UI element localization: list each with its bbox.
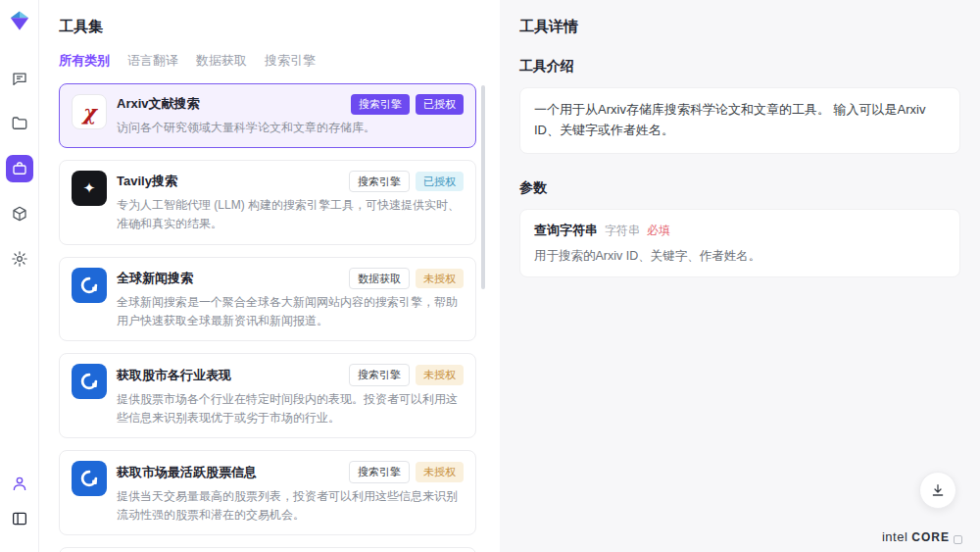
sidebar-item-packages[interactable] [6,200,33,227]
detail-title: 工具详情 [519,18,960,36]
scrollbar-thumb[interactable] [481,85,485,289]
briefcase-icon [11,160,28,177]
tool-description: 访问各个研究领域大量科学论文和文章的存储库。 [117,119,464,137]
download-icon [930,482,946,498]
intro-header: 工具介绍 [519,58,960,75]
download-button[interactable] [919,472,956,509]
sidebar-item-settings[interactable] [6,245,33,273]
tool-card-regional-news[interactable]: 万维地区新闻查询 搜索引擎 未授权 查询具体行政区划内的新闻，快速了解各地新闻动 [59,547,476,552]
tool-title: 获取股市各行业表现 [117,367,343,384]
sidebar-item-tools[interactable] [6,155,33,182]
category-badge: 搜索引擎 [349,171,410,193]
auth-badge: 未授权 [416,365,464,385]
tool-description: 提供当天交易量最高的股票列表，投资者可以利用这些信息来识别流动性强的股票和潜在的… [117,487,464,525]
tool-card-tavily[interactable]: ✦ Tavily搜索 搜索引擎 已授权 专为人工智能代理 (LLM) 构建的搜索… [59,160,476,245]
tool-list-panel: 工具集 所有类别 语言翻译 数据获取 搜索引擎 χ Arxiv文献搜索 搜索引擎… [39,0,500,552]
tool-card-sector-performance[interactable]: 获取股市各行业表现 搜索引擎 未授权 提供股票市场各个行业在特定时间段内的表现。… [59,353,476,438]
app-logo-icon [9,10,30,31]
param-card: 查询字符串 字符串 必填 用于搜索的Arxiv ID、关键字、作者姓名。 [519,209,960,277]
arxiv-icon: χ [72,94,107,129]
tool-title: 获取市场最活跃股票信息 [117,464,343,481]
tool-card-list: χ Arxiv文献搜索 搜索引擎 已授权 访问各个研究领域大量科学论文和文章的存… [59,83,486,552]
tab-translation[interactable]: 语言翻译 [127,52,178,70]
intel-brand-text: intel [882,529,907,544]
tool-card-most-active-stocks[interactable]: 获取市场最活跃股票信息 搜索引擎 未授权 提供当天交易量最高的股票列表，投资者可… [59,450,476,535]
params-header: 参数 [519,179,960,197]
folder-icon [11,115,28,132]
tool-title: 全球新闻搜索 [117,270,343,287]
category-tabs: 所有类别 语言翻译 数据获取 搜索引擎 [59,52,486,70]
tool-card-arxiv[interactable]: χ Arxiv文献搜索 搜索引擎 已授权 访问各个研究领域大量科学论文和文章的存… [59,83,476,148]
news-icon [72,268,107,303]
tab-search-engine[interactable]: 搜索引擎 [265,52,316,70]
intro-card: 一个用于从Arxiv存储库搜索科学论文和文章的工具。 输入可以是Arxiv ID… [519,87,960,154]
tool-description: 专为人工智能代理 (LLM) 构建的搜索引擎工具，可快速提供实时、准确和真实的结… [117,196,464,233]
core-brand-text: CORE [911,530,950,544]
tool-detail-panel: 工具详情 工具介绍 一个用于从Arxiv存储库搜索科学论文和文章的工具。 输入可… [500,0,980,552]
category-badge: 搜索引擎 [349,461,410,483]
param-required-flag: 必填 [647,223,670,239]
intel-core-logo: intel CORE [882,529,962,544]
param-description: 用于搜索的Arxiv ID、关键字、作者姓名。 [534,248,946,265]
param-type: 字符串 [605,223,640,239]
category-badge: 数据获取 [349,268,410,290]
tool-list-title: 工具集 [59,18,486,36]
box-icon [11,205,28,223]
category-badge: 搜索引擎 [351,94,410,115]
auth-badge: 已授权 [416,172,464,192]
auth-badge: 未授权 [416,462,464,482]
core-badge-box [954,535,962,544]
tool-title: Arxiv文献搜索 [117,95,345,113]
tool-card-global-news[interactable]: 全球新闻搜索 数据获取 未授权 全球新闻搜索是一个聚合全球各大新闻网站内容的搜索… [59,257,476,342]
stock-icon [72,364,107,399]
panel-toggle-icon [11,510,28,527]
intro-text: 一个用于从Arxiv存储库搜索科学论文和文章的工具。 输入可以是Arxiv ID… [534,100,946,141]
sidebar-item-user[interactable] [6,470,33,497]
user-icon [11,475,28,492]
tool-description: 提供股票市场各个行业在特定时间段内的表现。投资者可以利用这些信息来识别表现优于或… [117,390,464,427]
gear-icon [11,250,28,268]
param-name: 查询字符串 [534,222,598,239]
auth-badge: 已授权 [416,94,464,115]
tool-title: Tavily搜索 [117,173,343,190]
tool-description: 全球新闻搜索是一个聚合全球各大新闻网站内容的搜索引擎，帮助用户快速获取全球最新资… [117,293,464,330]
left-icon-rail [0,0,39,552]
tab-all-categories[interactable]: 所有类别 [59,52,110,70]
sidebar-item-chat[interactable] [6,65,33,92]
sidebar-item-panel-toggle[interactable] [6,505,33,532]
sidebar-item-folder[interactable] [6,110,33,137]
chat-icon [11,70,28,87]
tavily-icon: ✦ [72,171,107,206]
tab-data-fetch[interactable]: 数据获取 [196,52,247,70]
category-badge: 搜索引擎 [349,364,410,386]
stock-icon [72,461,107,496]
auth-badge: 未授权 [416,269,464,289]
